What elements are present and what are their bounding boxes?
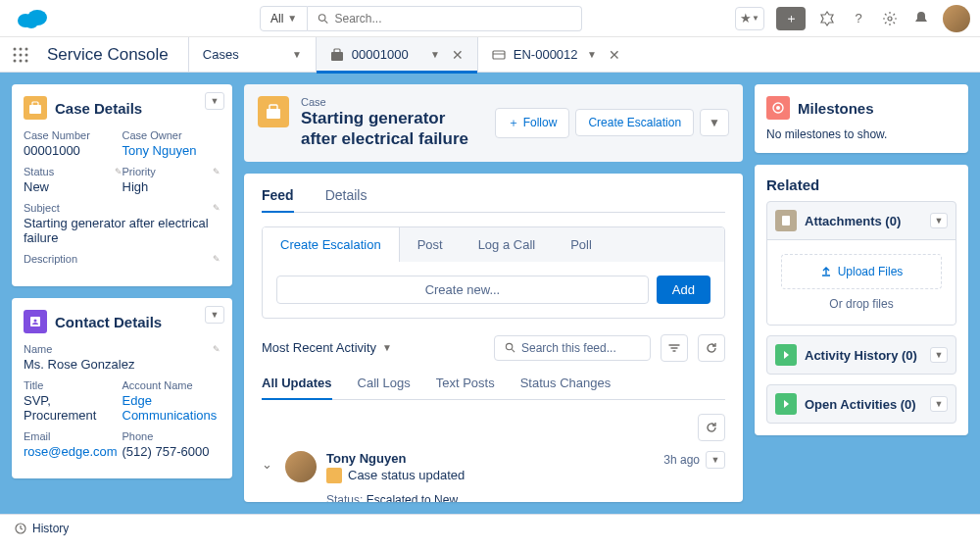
priority-value: High [122,179,221,194]
close-tab-icon[interactable]: ✕ [452,47,464,63]
card-menu-dropdown[interactable]: ▼ [205,92,224,110]
app-launcher-icon[interactable] [12,46,35,64]
salesforce-logo [16,8,49,29]
milestones-card: Milestones No milestones to show. [755,84,968,153]
settings-icon[interactable] [880,9,900,28]
follow-button[interactable]: ＋Follow [495,108,570,138]
account-link[interactable]: Edge Communications [122,393,221,423]
status-change-label: Status: [326,493,363,503]
chevron-down-icon[interactable]: ▼ [292,49,302,60]
svg-point-10 [20,53,23,56]
feed-action-text: Case status updated [348,468,465,482]
record-title: Starting generator after electrical fail… [301,108,483,150]
edit-pencil-icon[interactable]: ✎ [213,344,220,354]
feed-composer: Create Escalation Post Log a Call Poll C… [262,226,725,319]
setup-gear-icon[interactable] [817,9,837,28]
record-actions-dropdown[interactable]: ▼ [700,109,729,136]
svg-rect-20 [32,102,38,106]
open-activities-menu[interactable]: ▼ [930,396,948,412]
field-label: Name✎ [24,343,220,355]
filter-status-changes[interactable]: Status Changes [520,376,612,399]
activity-history-menu[interactable]: ▼ [930,347,948,363]
notifications-icon[interactable] [911,9,931,28]
composer-tab-create-escalation[interactable]: Create Escalation [263,227,400,262]
tab-entitlement[interactable]: EN-000012 ▼ ✕ [477,37,634,73]
history-icon [14,522,26,534]
expand-chevron-icon[interactable]: ⌄ [262,457,275,503]
tab-details[interactable]: Details [325,187,368,212]
favorites-button[interactable]: ★▼ [735,7,764,30]
phone-value: (512) 757-6000 [122,444,221,459]
edit-pencil-icon[interactable]: ✎ [115,167,122,176]
case-owner-link[interactable]: Tony Nguyen [122,143,221,158]
card-title: Case Details [55,100,142,117]
help-icon[interactable]: ? [849,9,868,28]
composer-tab-poll[interactable]: Poll [553,227,610,262]
feed-author-link[interactable]: Tony Nguyen [326,451,663,466]
open-activities-group: Open Activities (0) ▼ [766,384,956,424]
feed-filter-tabs: All Updates Call Logs Text Posts Status … [262,376,725,400]
filter-all-updates[interactable]: All Updates [262,376,332,400]
activity-history-title[interactable]: Activity History (0) [805,348,917,363]
field-label: Case Owner [122,129,221,141]
search-scope-dropdown[interactable]: All▼ [260,6,308,31]
status-value: New [24,179,122,194]
chevron-down-icon[interactable]: ▼ [430,49,440,60]
activity-icon [775,393,797,415]
field-label: Description✎ [24,253,220,265]
add-button[interactable]: Add [657,276,710,304]
field-label: Priority✎ [122,166,221,177]
svg-point-2 [24,17,38,28]
composer-tab-post[interactable]: Post [400,227,461,262]
feed-timestamp: 3h ago [663,453,700,467]
tab-feed[interactable]: Feed [262,187,294,213]
edit-pencil-icon[interactable]: ✎ [213,254,220,264]
feed-refresh-button[interactable] [698,334,725,362]
record-type-label: Case [301,96,483,108]
case-number-value: 00001000 [24,143,122,158]
field-label: Account Name [122,379,221,391]
related-title: Related [766,176,956,193]
svg-point-6 [14,47,17,50]
create-escalation-button[interactable]: Create Escalation [575,109,694,136]
svg-point-11 [25,53,28,56]
author-avatar[interactable] [285,451,317,482]
email-link[interactable]: rose@edge.com [24,444,122,459]
history-button[interactable]: History [32,522,69,535]
search-input[interactable] [334,12,571,25]
filter-call-logs[interactable]: Call Logs [358,376,411,399]
svg-point-9 [14,53,17,56]
attachments-menu[interactable]: ▼ [930,213,948,228]
contact-title-value: SVP, Procurement [24,393,122,423]
feed-filter-button[interactable] [661,334,688,362]
global-search[interactable] [308,6,582,31]
svg-rect-16 [334,49,340,53]
milestone-icon [766,96,790,120]
feed-search-input[interactable]: Search this feed... [494,335,651,361]
drop-hint-text: Or drop files [781,297,942,311]
search-icon [505,342,515,353]
refresh-button[interactable] [698,414,725,441]
svg-point-14 [25,59,28,62]
feed-sort-dropdown[interactable]: Most Recent Activity▼ [262,340,392,355]
case-icon [258,96,289,127]
chevron-down-icon[interactable]: ▼ [587,49,597,60]
tab-case-00001000[interactable]: 00001000 ▼ ✕ [316,37,477,73]
add-button[interactable]: ＋ [776,7,806,30]
tab-cases[interactable]: Cases ▼ [188,37,316,73]
svg-point-3 [319,14,326,21]
workspace: ▼ Case Details Case Number 00001000 Case… [0,73,980,514]
composer-tab-log-call[interactable]: Log a Call [461,227,554,262]
upload-files-button[interactable]: Upload Files [781,254,942,289]
card-menu-dropdown[interactable]: ▼ [205,306,224,324]
attachments-title[interactable]: Attachments (0) [805,214,901,228]
user-avatar[interactable] [943,5,970,32]
edit-pencil-icon[interactable]: ✎ [213,167,220,176]
feed-item-menu[interactable]: ▼ [706,451,725,469]
edit-pencil-icon[interactable]: ✎ [213,203,220,213]
open-activities-title[interactable]: Open Activities (0) [805,397,916,412]
filter-text-posts[interactable]: Text Posts [436,376,495,399]
milestones-empty-text: No milestones to show. [766,127,956,141]
composer-input[interactable]: Create new... [276,276,649,304]
close-tab-icon[interactable]: ✕ [609,47,620,63]
